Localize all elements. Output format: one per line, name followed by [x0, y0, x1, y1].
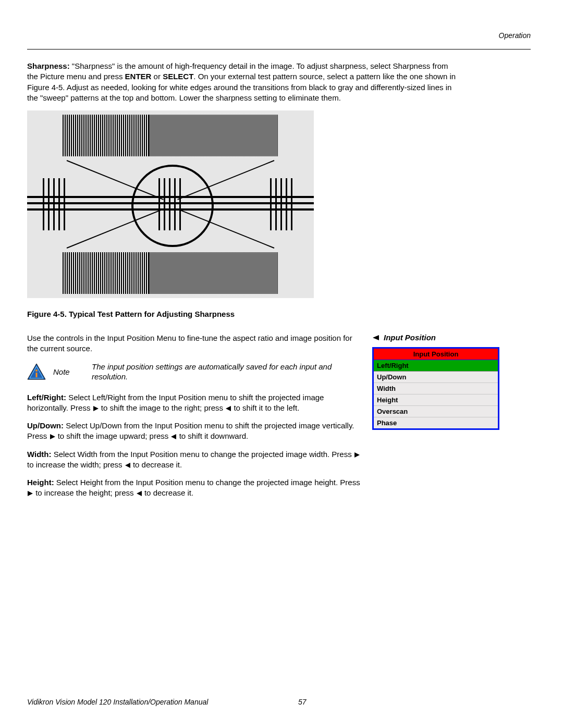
note-icon: [27, 363, 46, 380]
svg-marker-6: [226, 406, 231, 411]
triangle-right-icon: [93, 405, 99, 412]
svg-marker-13: [373, 335, 379, 340]
figure-caption: Figure 4-5. Typical Test Pattern for Adj…: [27, 310, 457, 318]
footer-page-number: 57: [298, 698, 307, 706]
svg-marker-9: [354, 452, 360, 458]
sharpness-label: Sharpness:: [27, 61, 70, 70]
note-label: Note: [53, 367, 84, 376]
svg-marker-7: [50, 434, 55, 439]
menu-item: Width: [374, 383, 498, 394]
updown-paragraph: Up/Down: Select Up/Down from the Input P…: [27, 421, 361, 442]
note-block: Note The input position settings are aut…: [27, 362, 361, 382]
footer-title: Vidikron Vision Model 120 Installation/O…: [27, 698, 208, 706]
header-rule: [27, 49, 531, 50]
menu-item-selected: Left/Right: [374, 360, 498, 372]
note-text: The input position settings are automati…: [92, 362, 361, 382]
triangle-left-icon: [125, 462, 131, 468]
triangle-right-icon: [27, 490, 33, 497]
triangle-right-icon: [354, 452, 360, 458]
height-paragraph: Height: Select Height from the Input Pos…: [27, 477, 361, 499]
menu-item: Height: [374, 394, 498, 406]
leftright-paragraph: Left/Right: Select Left/Right from the I…: [27, 392, 361, 414]
input-position-menu: Input Position Left/Right Up/Down Width …: [372, 347, 499, 430]
svg-marker-8: [171, 434, 176, 439]
menu-title: Input Position: [374, 349, 498, 360]
page-footer: Vidikron Vision Model 120 Installation/O…: [27, 698, 531, 706]
triangle-right-icon: [50, 434, 56, 440]
triangle-left-icon: [170, 434, 177, 440]
svg-marker-11: [28, 491, 33, 496]
triangle-left-icon: [225, 405, 231, 412]
sidebar-heading: Input Position: [372, 333, 531, 342]
svg-point-2: [35, 369, 38, 372]
sharpness-paragraph: Sharpness: "Sharpness" is the amount of …: [27, 61, 457, 103]
menu-item: Overscan: [374, 406, 498, 417]
figure-test-pattern: [27, 110, 314, 298]
width-paragraph: Width: Select Width from the Input Posit…: [27, 449, 361, 471]
input-position-intro: Use the controls in the Input Position M…: [27, 333, 361, 354]
menu-item: Phase: [374, 417, 498, 428]
triangle-left-icon: [372, 335, 380, 341]
svg-marker-12: [137, 491, 142, 496]
svg-marker-10: [125, 463, 130, 468]
menu-item: Up/Down: [374, 372, 498, 383]
svg-marker-5: [93, 406, 99, 411]
svg-rect-3: [36, 373, 38, 377]
header-section: Operation: [27, 31, 531, 40]
triangle-left-icon: [136, 490, 142, 497]
